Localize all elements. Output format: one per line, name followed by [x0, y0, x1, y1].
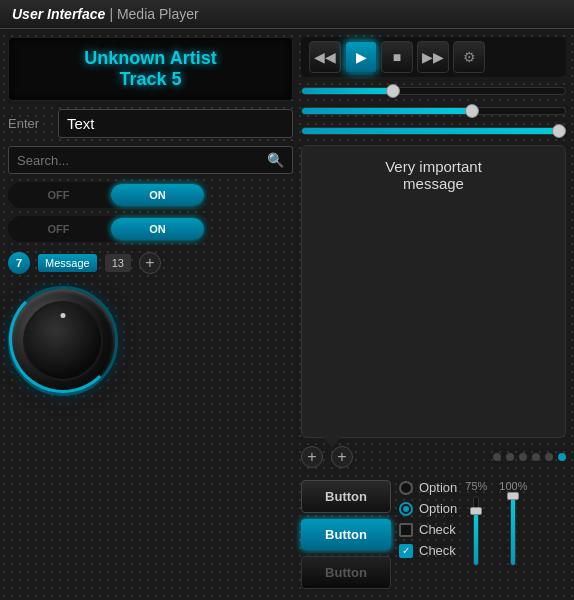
options-column: Option Option Check: [399, 480, 457, 558]
dot-1: [493, 453, 501, 461]
slider-2-fill: [302, 108, 473, 114]
play-button[interactable]: ▶: [345, 41, 377, 73]
slider-2-thumb: [465, 104, 479, 118]
toggle-off-label-2: OFF: [12, 218, 105, 240]
option-label-1: Option: [419, 480, 457, 495]
check-mark: ✓: [402, 546, 410, 556]
bottom-section: Button Button Button Option: [301, 480, 566, 589]
toggle-1[interactable]: OFF ON: [8, 182, 208, 208]
message-text-line1: Very important: [385, 158, 482, 175]
search-icon: 🔍: [267, 152, 284, 168]
slider-3-fill: [302, 128, 565, 134]
radio-2-dot: [403, 506, 409, 512]
knob-inner: [23, 301, 103, 381]
checkbox-1[interactable]: [399, 523, 413, 537]
radio-1[interactable]: [399, 481, 413, 495]
plus-button-3[interactable]: +: [331, 446, 353, 468]
message-box: Very important message: [301, 145, 566, 438]
message-text-line2: message: [403, 175, 464, 192]
dot-6-active: [558, 453, 566, 461]
v-slider-1-fill: [474, 514, 478, 565]
option-check-2: ✓ Check: [399, 543, 457, 558]
v-slider-2[interactable]: [510, 496, 516, 566]
slider-3[interactable]: [301, 127, 566, 135]
dot-5: [545, 453, 553, 461]
v-slider-1[interactable]: [473, 496, 479, 566]
toggle-on-label-2: ON: [111, 218, 204, 240]
text-input-row: Enter: [8, 109, 293, 138]
badge-row: 7 Message 13 +: [8, 252, 293, 274]
button-1[interactable]: Button: [301, 480, 391, 513]
settings-button[interactable]: ⚙: [453, 41, 485, 73]
prev-button[interactable]: ◀◀: [309, 41, 341, 73]
plus-buttons-row: + +: [301, 446, 353, 468]
input-label: Enter: [8, 116, 50, 131]
v-slider-1-container: 75%: [465, 480, 487, 566]
option-label-2: Option: [419, 501, 457, 516]
knob-dot: [61, 313, 66, 318]
text-input[interactable]: [58, 109, 293, 138]
badge-message: Message: [38, 254, 97, 272]
v-slider-1-label: 75%: [465, 480, 487, 492]
v-slider-2-thumb: [507, 492, 519, 500]
slider-3-container: [301, 125, 566, 137]
button-2[interactable]: Button: [301, 519, 391, 550]
toggle-row-2: OFF ON: [8, 216, 293, 242]
toggle-2[interactable]: OFF ON: [8, 216, 208, 242]
slider-1-container: [301, 85, 566, 97]
stop-button[interactable]: ■: [381, 41, 413, 73]
slider-2[interactable]: [301, 107, 566, 115]
toggle-off-label-1: OFF: [12, 184, 105, 206]
option-check-1: Check: [399, 522, 457, 537]
search-row: 🔍: [8, 146, 293, 174]
option-radio-2: Option: [399, 501, 457, 516]
plus-button-2[interactable]: +: [301, 446, 323, 468]
next-button[interactable]: ▶▶: [417, 41, 449, 73]
right-column: ◀◀ ▶ ■ ▶▶ ⚙: [301, 37, 566, 589]
dot-2: [506, 453, 514, 461]
toggle-row-1: OFF ON: [8, 182, 293, 208]
knob[interactable]: [8, 286, 118, 396]
plus-button-1[interactable]: +: [139, 252, 161, 274]
plus-dots-row: + +: [301, 446, 566, 468]
v-slider-2-container: 100%: [499, 480, 527, 566]
dot-4: [532, 453, 540, 461]
toggle-on-label-1: ON: [111, 184, 204, 206]
knob-section: [8, 286, 293, 396]
badge-number: 7: [8, 252, 30, 274]
slider-1[interactable]: [301, 87, 566, 95]
slider-3-thumb: [552, 124, 566, 138]
slider-1-thumb: [386, 84, 400, 98]
dot-3: [519, 453, 527, 461]
track-artist: Unknown Artist: [19, 48, 282, 69]
track-display: Unknown Artist Track 5: [8, 37, 293, 101]
vertical-sliders: 75% 100%: [465, 480, 527, 566]
button-3[interactable]: Button: [301, 556, 391, 589]
slider-2-container: [301, 105, 566, 117]
checkbox-2[interactable]: ✓: [399, 544, 413, 558]
buttons-column: Button Button Button: [301, 480, 391, 589]
left-column: Unknown Artist Track 5 Enter 🔍 OFF ON: [8, 37, 293, 589]
app-title-bold: User Interface: [12, 6, 105, 22]
radio-2[interactable]: [399, 502, 413, 516]
search-input[interactable]: [17, 153, 263, 168]
check-label-2: Check: [419, 543, 456, 558]
app-title-normal: | Media Player: [109, 6, 198, 22]
v-slider-2-label: 100%: [499, 480, 527, 492]
option-radio-1: Option: [399, 480, 457, 495]
track-name: Track 5: [19, 69, 282, 90]
player-controls: ◀◀ ▶ ■ ▶▶ ⚙: [301, 37, 566, 77]
v-slider-1-thumb: [470, 507, 482, 515]
slider-1-fill: [302, 88, 394, 94]
v-slider-2-fill: [511, 497, 515, 565]
main-content: Unknown Artist Track 5 Enter 🔍 OFF ON: [0, 29, 574, 597]
dots-row: [493, 453, 566, 461]
header: User Interface | Media Player: [0, 0, 574, 29]
check-label-1: Check: [419, 522, 456, 537]
badge-count: 13: [105, 254, 131, 272]
